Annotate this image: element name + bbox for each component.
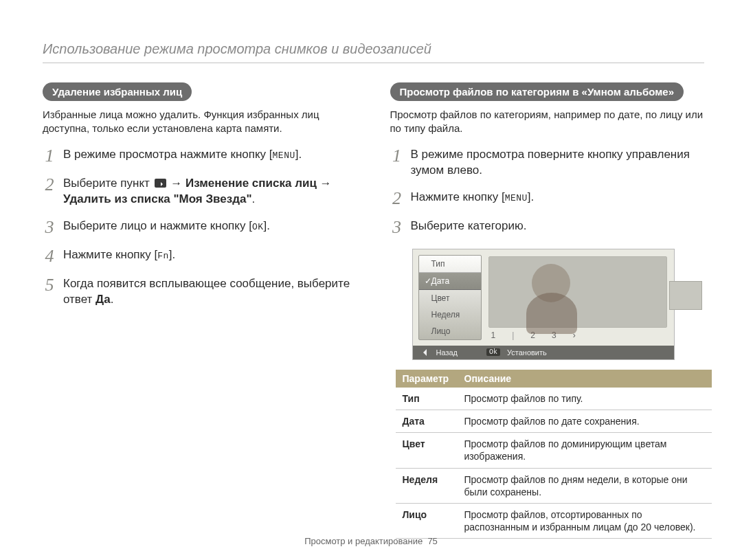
th-desc: Описание (458, 370, 712, 388)
left-step-1: 1 В режиме просмотра нажмите кнопку [MEN… (43, 147, 357, 165)
page-1: 1 (491, 331, 496, 340)
ok-key: OK (252, 222, 264, 232)
left-step-3: 3 Выберите лицо и нажмите кнопку [OK]. (43, 219, 357, 236)
step-number: 3 (390, 219, 404, 236)
step-text: В режиме просмотра нажмите кнопку [MENU]… (63, 147, 357, 165)
left-column: Удаление избранных лиц Избранные лица мо… (43, 82, 357, 539)
section-title: Использование режима просмотра снимков и… (43, 41, 704, 63)
category-menu: Тип ✓Дата Цвет Неделя Лицо (418, 255, 482, 340)
right-column: Просмотр файлов по категориям в «Умном а… (390, 82, 705, 539)
step-number: 4 (43, 247, 56, 265)
table-row: ТипПросмотр файлов по типу. (396, 388, 712, 410)
step-text: Нажмите кнопку [MENU]. (411, 190, 705, 208)
playback-icon (155, 179, 166, 188)
step-number: 1 (390, 147, 404, 179)
menu-key: MENU (273, 150, 295, 161)
table-row: НеделяПросмотр файлов по дням недели, в … (396, 468, 712, 503)
set-label: Установить (507, 348, 547, 357)
left-pill: Удаление избранных лиц (43, 82, 192, 101)
left-intro: Избранные лица можно удалить. Функция из… (43, 108, 357, 135)
table-row: ДатаПросмотр файлов по дате сохранения. (396, 410, 712, 433)
left-step-4: 4 Нажмите кнопку [Fn]. (43, 247, 357, 265)
th-param: Параметр (396, 370, 458, 388)
columns: Удаление избранных лиц Избранные лица мо… (43, 82, 704, 539)
menu-item-type: Тип (419, 256, 481, 272)
step-text: В режиме просмотра поверните кнопку упра… (411, 147, 705, 179)
table-row: ЦветПросмотр файлов по доминирующим цвет… (396, 433, 712, 468)
step-number: 1 (43, 147, 56, 165)
screen-right: 1 | 2 3 › (482, 249, 674, 346)
screen-footer: Назад Ok Установить (413, 346, 674, 359)
page-footer: Просмотр и редактирование 75 (0, 536, 742, 546)
pager-sep: | (512, 331, 514, 340)
camera-screen: Тип ✓Дата Цвет Неделя Лицо 1 | 2 3 (412, 249, 675, 360)
screen-body: Тип ✓Дата Цвет Неделя Лицо 1 | 2 3 (413, 249, 674, 346)
step-number: 5 (43, 276, 56, 308)
right-pill: Просмотр файлов по категориям в «Умном а… (390, 82, 684, 101)
step-number: 3 (43, 219, 56, 236)
face-placeholder-icon (489, 257, 666, 327)
step-number: 2 (43, 176, 56, 208)
pager: 1 | 2 3 › (482, 328, 674, 346)
step-text: Выберите категорию. (411, 219, 705, 236)
left-step-2: 2 Выберите пункт → Изменение списка лиц … (43, 176, 357, 208)
step-number: 2 (390, 190, 404, 208)
menu-item-date: ✓Дата (419, 272, 481, 290)
menu-key: MENU (505, 193, 528, 203)
right-step-3: 3 Выберите категорию. (390, 219, 705, 236)
photo-preview (488, 256, 667, 328)
step-text: Нажмите кнопку [Fn]. (63, 247, 357, 265)
back-label: Назад (436, 348, 458, 357)
table-header: Параметр Описание (396, 370, 712, 388)
menu-item-week: Неделя (419, 306, 481, 323)
step-text: Когда появится всплывающее сообщение, вы… (63, 276, 357, 308)
step-text: Выберите пункт → Изменение списка лиц → … (63, 176, 357, 208)
left-step-5: 5 Когда появится всплывающее сообщение, … (43, 276, 357, 308)
params-table: Параметр Описание ТипПросмотр файлов по … (396, 370, 712, 539)
menu-item-color: Цвет (419, 290, 481, 306)
thumbnail-icon (669, 281, 702, 310)
back-arrow-icon (420, 349, 427, 356)
ok-key-icon: Ok (486, 348, 500, 356)
table-row: ЛицоПросмотр файлов, отсортированных по … (396, 504, 712, 539)
right-step-1: 1 В режиме просмотра поверните кнопку уп… (390, 147, 705, 179)
right-step-2: 2 Нажмите кнопку [MENU]. (390, 190, 705, 208)
menu-item-face: Лицо (419, 323, 481, 339)
fn-key: Fn (157, 251, 169, 261)
step-text: Выберите лицо и нажмите кнопку [OK]. (63, 219, 357, 236)
right-intro: Просмотр файлов по категориям, например … (390, 108, 705, 135)
